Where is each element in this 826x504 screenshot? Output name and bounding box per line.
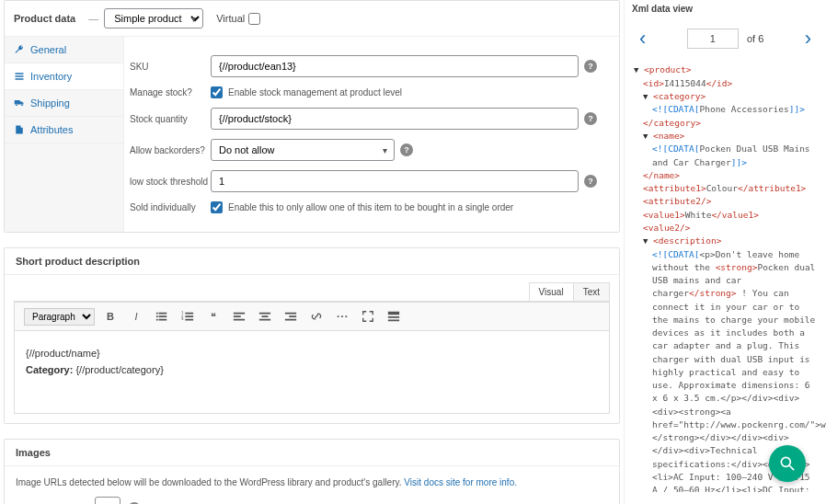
sku-input[interactable] bbox=[211, 55, 579, 77]
prev-icon[interactable]: ‹ bbox=[639, 27, 646, 51]
editor-toolbar: Paragraph B I 123 ❝ bbox=[14, 302, 610, 331]
help-fab[interactable] bbox=[769, 445, 806, 482]
list-icon bbox=[14, 71, 25, 82]
editor-content[interactable]: {//product/name} Category: {//product/ca… bbox=[14, 331, 610, 414]
content-line: Category: {//product/category} bbox=[26, 364, 598, 375]
short-desc-panel: Short product description Visual Text Pa… bbox=[4, 247, 620, 424]
svg-rect-3 bbox=[388, 312, 399, 315]
align-center-icon[interactable] bbox=[255, 306, 275, 326]
truck-icon bbox=[14, 97, 25, 109]
sold-individually-text: Enable this to only allow one of this it… bbox=[228, 202, 513, 212]
page-of: of 6 bbox=[747, 33, 763, 44]
toolbar-toggle-icon[interactable] bbox=[384, 306, 404, 326]
editor-tab-text[interactable]: Text bbox=[573, 282, 610, 301]
sku-label: SKU bbox=[130, 62, 211, 72]
inventory-form: SKU ? Manage stock? Enable stock managem… bbox=[124, 37, 619, 232]
help-icon[interactable]: ? bbox=[584, 175, 597, 188]
stock-qty-label: Stock quantity bbox=[130, 114, 211, 124]
low-stock-input[interactable] bbox=[211, 170, 579, 192]
xml-view-title: Xml data view bbox=[625, 0, 826, 17]
svg-point-6 bbox=[781, 457, 790, 466]
search-icon bbox=[778, 454, 797, 473]
tab-label: Shipping bbox=[30, 97, 70, 109]
italic-icon[interactable]: I bbox=[126, 306, 146, 326]
svg-rect-5 bbox=[388, 320, 399, 322]
images-docs-link[interactable]: Visit docs site for more info. bbox=[404, 477, 517, 487]
virtual-checkbox[interactable] bbox=[248, 13, 260, 25]
manage-stock-checkbox[interactable] bbox=[211, 86, 223, 98]
images-desc: Image URLs detected below will be downlo… bbox=[16, 477, 608, 487]
wrench-icon bbox=[14, 44, 25, 55]
page-number[interactable]: 1 bbox=[687, 29, 739, 49]
virtual-label: Virtual bbox=[216, 13, 245, 24]
sold-individually-label: Sold individually bbox=[130, 202, 211, 212]
manage-stock-text: Enable stock management at product level bbox=[228, 87, 402, 97]
help-icon[interactable]: ? bbox=[584, 112, 597, 125]
images-sep-input[interactable] bbox=[95, 497, 120, 504]
tab-shipping[interactable]: Shipping bbox=[5, 90, 123, 117]
images-title: Images bbox=[5, 440, 619, 466]
editor-tab-visual[interactable]: Visual bbox=[529, 282, 574, 301]
align-right-icon[interactable] bbox=[281, 306, 301, 326]
tab-label: General bbox=[30, 44, 66, 55]
ol-icon[interactable]: 123 bbox=[178, 306, 198, 326]
tab-label: Inventory bbox=[30, 71, 72, 82]
svg-rect-4 bbox=[388, 316, 399, 318]
product-type-select[interactable]: Simple product bbox=[104, 8, 203, 29]
stock-qty-input[interactable] bbox=[211, 108, 579, 130]
quote-icon[interactable]: ❝ bbox=[203, 306, 224, 326]
bold-icon[interactable]: B bbox=[100, 306, 120, 326]
note-icon bbox=[14, 124, 25, 135]
content-line: {//product/name} bbox=[26, 348, 598, 359]
tab-attributes[interactable]: Attributes bbox=[5, 117, 123, 143]
backorders-label: Allow backorders? bbox=[130, 145, 211, 155]
backorders-select[interactable]: Do not allow bbox=[211, 139, 395, 161]
tab-inventory[interactable]: Inventory bbox=[5, 63, 123, 90]
help-icon[interactable]: ? bbox=[400, 143, 413, 156]
product-data-panel: Product data — Simple product ▾ Virtual bbox=[4, 0, 620, 233]
short-desc-title: Short product description bbox=[5, 248, 619, 275]
svg-line-7 bbox=[790, 466, 794, 470]
align-left-icon[interactable] bbox=[229, 306, 249, 326]
link-icon[interactable] bbox=[306, 306, 327, 326]
more-icon[interactable] bbox=[332, 306, 352, 326]
next-icon[interactable]: › bbox=[805, 27, 811, 51]
help-icon[interactable]: ? bbox=[584, 60, 597, 73]
ul-icon[interactable] bbox=[152, 306, 172, 326]
dash: — bbox=[88, 13, 98, 24]
low-stock-label: low stock threshold bbox=[130, 177, 211, 187]
fullscreen-icon[interactable] bbox=[358, 306, 378, 326]
product-data-title: Product data bbox=[14, 13, 75, 24]
paragraph-select[interactable]: Paragraph bbox=[24, 308, 95, 326]
svg-text:3: 3 bbox=[181, 316, 184, 321]
xml-tree[interactable]: ▼<product> <id>I4115044</id> ▼<category>… bbox=[625, 60, 826, 492]
manage-stock-label: Manage stock? bbox=[130, 87, 211, 97]
tab-label: Attributes bbox=[30, 124, 73, 135]
tab-general[interactable]: General bbox=[5, 37, 123, 63]
product-data-tabs: General Inventory Shipping bbox=[5, 37, 124, 232]
images-panel: Images Image URLs detected below will be… bbox=[4, 439, 620, 504]
sold-individually-checkbox[interactable] bbox=[211, 201, 223, 213]
